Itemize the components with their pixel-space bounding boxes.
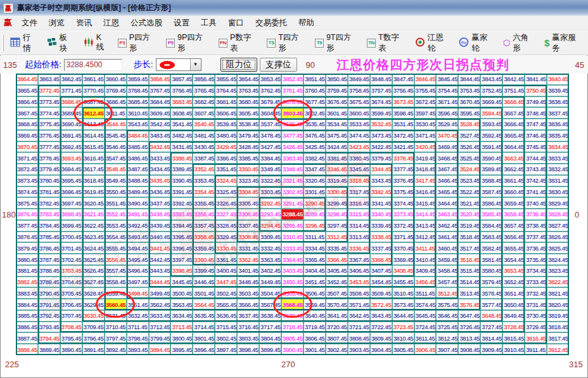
price-cell: 3308.45 [237,231,259,243]
price-cell: 3707.45 [60,310,82,322]
tool-bar: 行情板块K线P3P四方形P99P四方形PNP数字表TST四方形T99T四方形TN… [0,30,588,55]
price-cell: 3824.45 [547,254,569,265]
price-cell: 3389.45 [170,164,193,175]
toolbar-button-gann-wheel[interactable]: 江恩轮 [412,30,452,56]
menu-item[interactable]: 交易委托 [250,16,293,30]
support-button[interactable]: 支撑位 [260,58,297,72]
price-cell: 3507.45 [326,287,348,299]
price-cell: 3487.45 [127,164,149,175]
price-cell: 3419.45 [414,152,437,164]
center-price-cell: 3288.45 [281,209,304,220]
toolbar-button-p-number-table[interactable]: PNP数字表 [215,30,260,56]
price-cell: 3659.45 [502,197,525,209]
price-cell: 3653.45 [502,265,525,277]
price-cell: 3729.45 [525,322,547,333]
price-cell: 3689.45 [60,107,82,119]
toolbar-button-p-square[interactable]: P3P四方形 [115,30,159,56]
menu-item[interactable]: 窗口 [222,16,250,30]
price-cell: 3903.45 [348,344,370,355]
toolbar-button-nine-p-square[interactable]: P99P四方形 [163,30,212,56]
price-cell: 3404.45 [304,265,326,277]
price-cell: 3307.45 [237,220,259,231]
price-cell: 3885.45 [16,310,38,322]
toolbar-drag-handle[interactable] [2,35,4,51]
price-cell: 3573.45 [392,299,414,310]
price-cell: 3406.45 [348,265,370,277]
price-cell: 3854.45 [237,74,259,85]
price-cell: 3333.45 [281,242,304,254]
price-cell: 3468.45 [436,152,458,164]
price-cell: 3321.45 [281,175,304,186]
menu-item[interactable]: 公式选股 [125,16,168,30]
price-cell: 3648.45 [480,310,502,322]
resistance-button[interactable]: 阻力位 [220,58,258,72]
price-cell: 3675.45 [348,96,370,108]
price-cell: 3586.45 [480,197,502,209]
price-cell: 3359.45 [193,242,215,254]
toolbar-button-winner-wheel[interactable]: Big赢家轮 [456,30,496,56]
price-cell: 3738.45 [525,220,547,231]
toolbar-button-market-grid[interactable]: 行情 [7,30,40,56]
menu-item[interactable]: 浏览 [43,16,70,30]
menu-item[interactable]: 设置 [168,16,195,30]
price-cell: 3814.45 [480,332,502,344]
app-logo-icon: 赢 [3,3,13,13]
price-cell: 3461.45 [436,231,458,243]
price-cell: 3598.45 [392,107,414,119]
price-cell: 3378.45 [392,152,414,164]
price-cell: 3502.45 [215,287,237,299]
price-cell: 3826.45 [547,231,569,243]
angle-label-315: 315 [569,360,583,369]
price-cell: 3665.45 [502,130,525,141]
price-cell: 3572.45 [370,299,392,310]
price-cell: 3379.45 [370,152,392,164]
menu-item[interactable]: 文件 [16,16,43,30]
price-cell: 3478.45 [259,130,281,141]
price-cell: 3416.45 [414,186,437,198]
price-cell: 3618.45 [82,175,105,186]
price-cell: 3458.45 [436,265,458,277]
toolbar-button-hexagon[interactable]: ⬡六角形 [500,30,537,56]
price-cell: 3449.45 [259,277,281,288]
price-cell: 3724.45 [414,322,437,333]
menu-item[interactable]: 工具 [195,16,222,30]
price-cell: 3435.45 [149,175,171,186]
price-cell: 3781.45 [38,186,60,198]
price-cell: 3578.45 [480,287,502,299]
price-cell: 3496.45 [127,265,149,277]
price-cell: 3608.45 [170,107,193,119]
toolbar-button-service-dollar[interactable]: $赢家服务 [541,30,584,56]
price-cell: 3319.45 [326,175,348,186]
price-cell: 3530.45 [414,119,437,130]
price-cell: 3377.45 [392,164,414,175]
price-cell: 3882.45 [16,277,38,288]
toolbar-button-kline-candles[interactable]: K线 [80,31,111,55]
step-dropdown[interactable]: ▼ [156,58,201,71]
price-cell: 3467.45 [436,164,458,175]
price-cell: 3831.45 [547,175,569,186]
menu-item[interactable]: 资讯 [70,16,98,30]
price-cell: 3375.45 [392,186,414,198]
price-cell: 3585.45 [480,209,502,220]
price-cell: 3489.45 [127,186,149,198]
price-cell: 3911.45 [525,344,547,355]
title-bar[interactable]: 赢 赢家老子时空周期系统[纵横版] - [价格正方形] [0,0,588,16]
toolbar-button-t-square[interactable]: TST四方形 [264,30,308,56]
price-cell: 3778.45 [38,152,60,164]
toolbar-button-sectors-blocks[interactable]: 板块 [44,30,77,56]
price-cell: 3694.45 [60,164,82,175]
menu-item[interactable]: 帮助 [293,16,320,30]
start-price-input[interactable] [64,59,122,71]
dropdown-arrow-icon[interactable]: ▼ [190,59,201,70]
price-cell: 3760.45 [304,85,326,96]
price-cell: 3429.45 [215,141,237,153]
price-square-grid: 3864.453863.453862.453861.453860.453859.… [16,74,569,355]
price-cell: 3289.45 [304,209,326,220]
price-cell: 3337.45 [370,242,392,254]
price-cell: 3785.45 [38,231,60,243]
toolbar-button-nine-t-square[interactable]: T99T四方形 [312,30,360,56]
price-cell: 3413.45 [414,220,437,231]
menu-item[interactable]: 江恩 [98,16,125,30]
price-cell: 3440.45 [149,231,171,243]
toolbar-button-t-number-table[interactable]: TNT数字表 [364,30,408,56]
